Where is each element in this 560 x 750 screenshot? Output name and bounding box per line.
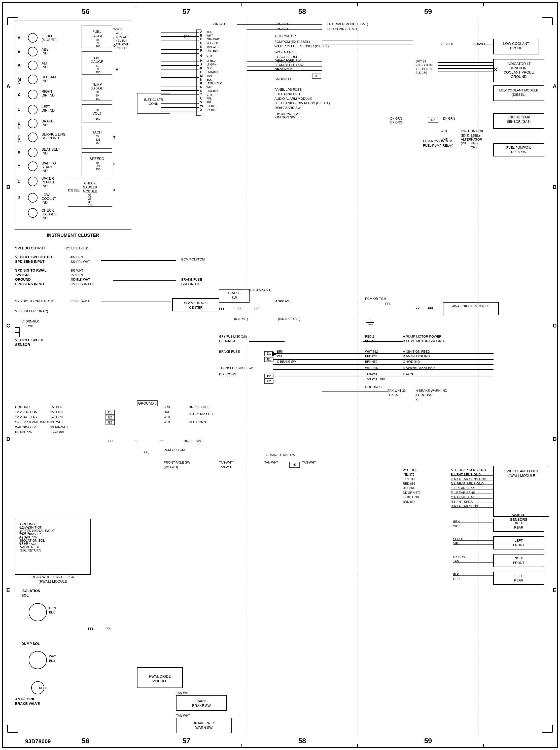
svg-text:121: 121 bbox=[96, 138, 100, 141]
svg-text:TAN-WHT: TAN-WHT bbox=[176, 691, 190, 695]
svg-text:WHT: WHT bbox=[441, 138, 448, 141]
svg-text:39: 39 bbox=[88, 200, 92, 204]
svg-text:818 RED-WHT: 818 RED-WHT bbox=[71, 299, 91, 303]
svg-text:BLK: BLK bbox=[49, 611, 55, 614]
svg-text:(DIESEL): (DIESEL) bbox=[512, 93, 526, 97]
svg-text:Q: Q bbox=[113, 44, 116, 47]
svg-text:WHT: WHT bbox=[206, 86, 213, 89]
svg-text:C 4WD IND: C 4WD IND bbox=[403, 360, 420, 363]
svg-text:S: S bbox=[113, 162, 116, 166]
svg-text:M: M bbox=[200, 74, 203, 78]
svg-text:BRN-WHT: BRN-WHT bbox=[206, 38, 220, 41]
svg-text:H: H bbox=[200, 59, 202, 62]
svg-text:IND: IND bbox=[42, 65, 47, 69]
svg-text:B PUMP MOTOR GROUND: B PUMP MOTOR GROUND bbox=[403, 339, 444, 343]
svg-text:GAUGES: GAUGES bbox=[83, 185, 97, 189]
svg-text:PNK-BLK: PNK-BLK bbox=[206, 49, 219, 52]
svg-text:IGNITION: IGNITION bbox=[511, 66, 526, 70]
svg-text:BRAKE VALVE: BRAKE VALVE bbox=[15, 702, 40, 706]
svg-text:450 BLK-WHT: 450 BLK-WHT bbox=[71, 278, 90, 281]
svg-text:WATER IN FUEL SENSOR (DIESEL): WATER IN FUEL SENSOR (DIESEL) bbox=[275, 44, 329, 48]
svg-text:TAN-WHT: TAN-WHT bbox=[206, 45, 219, 48]
svg-text:GAUGE: GAUGE bbox=[91, 34, 103, 38]
svg-text:R: R bbox=[200, 85, 202, 89]
svg-text:P: P bbox=[113, 189, 116, 192]
svg-text:START: START bbox=[42, 165, 53, 169]
svg-text:FUEL TANK UNIT: FUEL TANK UNIT bbox=[275, 92, 301, 96]
svg-text:BRN-WHT: BRN-WHT bbox=[275, 22, 290, 26]
svg-text:BRAKE: BRAKE bbox=[228, 291, 240, 295]
svg-text:E: E bbox=[18, 50, 20, 54]
svg-text:A IGNITION FEED: A IGNITION FEED bbox=[403, 350, 430, 353]
svg-text:ORG: ORG bbox=[164, 410, 171, 414]
svg-text:WHT: WHT bbox=[164, 415, 171, 419]
svg-text:IGNITION SW: IGNITION SW bbox=[277, 112, 298, 116]
svg-text:DK GRN: DK GRN bbox=[453, 555, 465, 559]
svg-text:INST CLSTR: INST CLSTR bbox=[144, 98, 163, 101]
svg-text:WATER: WATER bbox=[42, 176, 54, 180]
svg-text:SPEED SIGNAL INPUT: SPEED SIGNAL INPUT bbox=[15, 420, 50, 424]
svg-text:GROUND: GROUND bbox=[15, 277, 31, 281]
svg-text:RED 886: RED 886 bbox=[403, 482, 415, 486]
svg-text:CONN: CONN bbox=[149, 102, 158, 105]
svg-text:150: 150 bbox=[96, 141, 100, 144]
svg-text:PPL: PPL bbox=[143, 451, 149, 454]
svg-text:INSTRUMENT CLUSTER: INSTRUMENT CLUSTER bbox=[47, 233, 99, 238]
svg-text:30: 30 bbox=[96, 38, 99, 41]
svg-text:L: L bbox=[18, 107, 20, 112]
svg-text:K: K bbox=[200, 66, 202, 70]
svg-text:437 BRN: 437 BRN bbox=[71, 255, 83, 259]
svg-text:TACH: TACH bbox=[92, 130, 101, 134]
svg-text:ECM/PCM/TCM: ECM/PCM/TCM bbox=[181, 257, 205, 261]
svg-text:BRN-WHT: BRN-WHT bbox=[212, 22, 227, 26]
svg-text:ENGINE TEMP: ENGINE TEMP bbox=[507, 115, 530, 119]
svg-text:A: A bbox=[200, 30, 202, 34]
svg-text:TAN-WHT 33: TAN-WHT 33 bbox=[388, 389, 406, 393]
svg-text:DK BLU: DK BLU bbox=[206, 108, 217, 111]
svg-text:V: V bbox=[18, 36, 20, 40]
svg-text:PPL: PPL bbox=[416, 307, 421, 310]
svg-text:TAN-WHT 799: TAN-WHT 799 bbox=[365, 377, 385, 381]
svg-text:ECM/PCM (EX DIESEL): ECM/PCM (EX DIESEL) bbox=[275, 40, 310, 44]
svg-text:BRN: BRN bbox=[453, 520, 460, 524]
svg-text:AUDIO ALARM MODULE: AUDIO ALARM MODULE bbox=[275, 97, 312, 100]
svg-text:PPL: PPL bbox=[428, 307, 434, 310]
svg-text:MODULE: MODULE bbox=[83, 190, 97, 193]
svg-text:DLC CONN: DLC CONN bbox=[219, 372, 236, 376]
svg-text:GROUND O: GROUND O bbox=[275, 77, 293, 81]
svg-text:CENTER: CENTER bbox=[189, 305, 202, 309]
svg-text:YEL-BLK: YEL-BLK bbox=[441, 43, 453, 46]
svg-text:36: 36 bbox=[88, 197, 92, 200]
svg-text:F: F bbox=[113, 36, 115, 40]
svg-text:LT GRN-BLK: LT GRN-BLK bbox=[21, 320, 39, 323]
svg-text:LT BLU 830: LT BLU 830 bbox=[403, 496, 419, 499]
svg-text:DIR IND: DIR IND bbox=[42, 108, 55, 112]
svg-text:(4WAL) MODULE: (4WAL) MODULE bbox=[507, 474, 535, 478]
svg-text:GROUND D: GROUND D bbox=[181, 282, 199, 286]
svg-text:PPL 420: PPL 420 bbox=[365, 354, 377, 358]
svg-text:GROUND: GROUND bbox=[511, 75, 526, 79]
svg-text:12 V BATTERY: 12 V BATTERY bbox=[15, 415, 38, 419]
svg-text:DUMP SOL: DUMP SOL bbox=[21, 642, 40, 646]
svg-text:C: C bbox=[6, 322, 10, 329]
svg-text:PPL: PPL bbox=[88, 627, 94, 631]
svg-text:PPL-WHT: PPL-WHT bbox=[21, 324, 35, 328]
svg-text:57: 57 bbox=[182, 737, 190, 745]
svg-text:IND: IND bbox=[42, 184, 47, 188]
svg-text:A: A bbox=[116, 67, 118, 71]
svg-text:BRN: BRN bbox=[116, 28, 122, 31]
svg-text:LT GRN: LT GRN bbox=[206, 63, 216, 66]
svg-text:A: A bbox=[18, 63, 21, 67]
svg-text:TAN-WHT: TAN-WHT bbox=[219, 465, 233, 469]
svg-text:58: 58 bbox=[298, 7, 306, 15]
svg-text:824 LT BLU-BLK: 824 LT BLU-BLK bbox=[65, 246, 88, 250]
svg-text:PNK-BLK: PNK-BLK bbox=[206, 71, 219, 74]
svg-text:SENSORS: SENSORS bbox=[510, 517, 527, 521]
svg-text:INDICATOR LT: INDICATOR LT bbox=[507, 62, 531, 66]
svg-text:TAN-WHT: TAN-WHT bbox=[264, 461, 278, 464]
svg-text:B ANTI-LOCK IND: B ANTI-LOCK IND bbox=[403, 354, 430, 358]
svg-text:E: E bbox=[200, 45, 202, 48]
svg-text:CHECK: CHECK bbox=[42, 208, 54, 212]
svg-text:Y: Y bbox=[18, 164, 20, 168]
svg-text:39: 39 bbox=[96, 108, 99, 111]
